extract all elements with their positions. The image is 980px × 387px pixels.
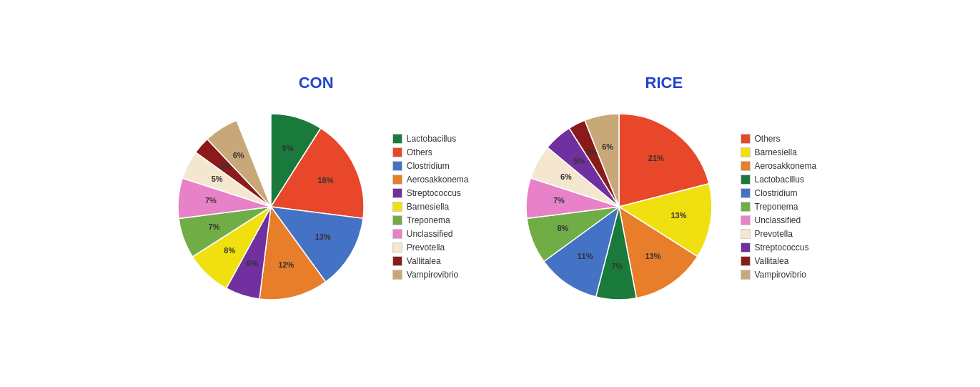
legend-label-text: Aerosakkonema (407, 175, 469, 185)
pie-label-con-6: 7% (208, 222, 219, 230)
legend-color-box (741, 243, 751, 253)
pie-label-rice-4: 11% (577, 251, 593, 260)
legend-item: Vampirovibrio (741, 270, 817, 280)
legend-color-box (392, 215, 402, 225)
legend-item: Streptococcus (392, 188, 469, 198)
pie-label-con-10: 6% (232, 150, 244, 159)
pie-label-con-3: 12% (278, 260, 294, 268)
legend-color-box (741, 175, 751, 185)
pie-label-rice-2: 13% (645, 251, 660, 260)
legend-item: Aerosakkonema (392, 175, 469, 185)
legend-color-box (741, 256, 751, 266)
pie-label-con-8: 5% (211, 174, 222, 182)
legend-color-box (741, 134, 751, 144)
legend-label-text: Unclassified (407, 229, 453, 239)
legend-label-text: Vampirovibrio (407, 270, 458, 280)
legend-con: LactobacillusOthersClostridiumAerosakkon… (392, 134, 469, 280)
legend-label-text: Barnesiella (755, 147, 797, 157)
legend-label-text: Clostridium (755, 188, 798, 198)
legend-label-text: Treponema (407, 215, 450, 225)
legend-color-box (392, 188, 402, 198)
legend-label-text: Prevotella (755, 229, 793, 239)
pie-label-con-4: 6% (247, 259, 258, 268)
legend-color-box (392, 202, 402, 212)
legend-rice: OthersBarnesiellaAerosakkonemaLactobacil… (741, 134, 817, 280)
pie-svg-rice: 21%13%13%7%11%8%7%6%5%3%6% (512, 99, 726, 314)
pie-label-con-2: 13% (315, 232, 331, 240)
legend-label-text: Others (407, 147, 432, 157)
legend-item: Treponema (392, 215, 469, 225)
legend-color-box (741, 215, 751, 225)
legend-label-text: Barnesiella (407, 202, 449, 212)
chart-row-rice: 21%13%13%7%11%8%7%6%5%3%6%OthersBarnesie… (512, 99, 817, 314)
pie-label-con-7: 7% (205, 196, 217, 205)
legend-color-box (741, 202, 751, 212)
legend-color-box (741, 188, 751, 198)
pie-label-rice-3: 7% (611, 262, 623, 270)
legend-label-text: Prevotella (407, 243, 445, 253)
pie-label-rice-10: 6% (602, 142, 613, 150)
pie-wrapper-con: 9%18%13%12%6%8%7%7%5%3%6% (164, 99, 378, 314)
pie-label-con-5: 8% (224, 245, 235, 254)
pie-label-rice-6: 7% (553, 195, 564, 204)
legend-color-box (392, 270, 402, 280)
legend-item: Clostridium (741, 188, 817, 198)
legend-item: Unclassified (392, 229, 469, 239)
legend-label-text: Unclassified (755, 215, 801, 225)
legend-color-box (741, 161, 751, 171)
legend-item: Barnesiella (741, 147, 817, 157)
chart-block-con: CON9%18%13%12%6%8%7%7%5%3%6%Lactobacillu… (164, 74, 469, 314)
pie-label-rice-7: 6% (560, 172, 571, 181)
legend-label-text: Others (755, 134, 781, 144)
legend-item: Vallitalea (741, 256, 817, 266)
pie-svg-con: 9%18%13%12%6%8%7%7%5%3%6% (164, 99, 378, 314)
legend-color-box (741, 270, 751, 280)
legend-item: Aerosakkonema (741, 161, 817, 171)
chart-row-con: 9%18%13%12%6%8%7%7%5%3%6%LactobacillusOt… (164, 99, 469, 314)
legend-item: Barnesiella (392, 202, 469, 212)
chart-title-rice: RICE (645, 74, 683, 92)
legend-label-text: Clostridium (407, 161, 450, 171)
legend-label-text: Aerosakkonema (755, 161, 817, 171)
pie-wrapper-rice: 21%13%13%7%11%8%7%6%5%3%6% (512, 99, 726, 314)
pie-label-con-1: 18% (317, 175, 333, 184)
legend-color-box (392, 243, 402, 253)
legend-color-box (392, 229, 402, 239)
legend-label-text: Streptococcus (407, 188, 461, 198)
legend-item: Prevotella (392, 243, 469, 253)
legend-item: Lactobacillus (741, 175, 817, 185)
legend-label-text: Vampirovibrio (755, 270, 806, 280)
legend-label-text: Vallitalea (755, 256, 789, 266)
pie-label-rice-8: 5% (573, 156, 585, 165)
legend-item: Lactobacillus (392, 134, 469, 144)
legend-item: Others (741, 134, 817, 144)
legend-item: Vallitalea (392, 256, 469, 266)
legend-item: Prevotella (741, 229, 817, 239)
legend-color-box (392, 175, 402, 185)
pie-label-rice-0: 21% (648, 154, 663, 162)
legend-item: Clostridium (392, 161, 469, 171)
legend-label-text: Treponema (755, 202, 798, 212)
legend-label-text: Lactobacillus (755, 175, 804, 185)
pie-label-rice-1: 13% (670, 211, 686, 220)
pie-label-rice-5: 8% (557, 224, 568, 232)
legend-item: Treponema (741, 202, 817, 212)
legend-label-text: Lactobacillus (407, 134, 456, 144)
legend-color-box (741, 229, 751, 239)
legend-color-box (741, 147, 751, 157)
legend-item: Others (392, 147, 469, 157)
legend-label-text: Streptococcus (755, 243, 809, 253)
legend-item: Vampirovibrio (392, 270, 469, 280)
legend-color-box (392, 161, 402, 171)
legend-item: Streptococcus (741, 243, 817, 253)
charts-container: CON9%18%13%12%6%8%7%7%5%3%6%Lactobacillu… (0, 0, 980, 387)
pie-label-con-0: 9% (282, 143, 293, 152)
legend-color-box (392, 256, 402, 266)
legend-color-box (392, 134, 402, 144)
legend-color-box (392, 147, 402, 157)
legend-item: Unclassified (741, 215, 817, 225)
legend-label-text: Vallitalea (407, 256, 441, 266)
chart-title-con: CON (299, 74, 334, 92)
chart-block-rice: RICE21%13%13%7%11%8%7%6%5%3%6%OthersBarn… (512, 74, 817, 314)
